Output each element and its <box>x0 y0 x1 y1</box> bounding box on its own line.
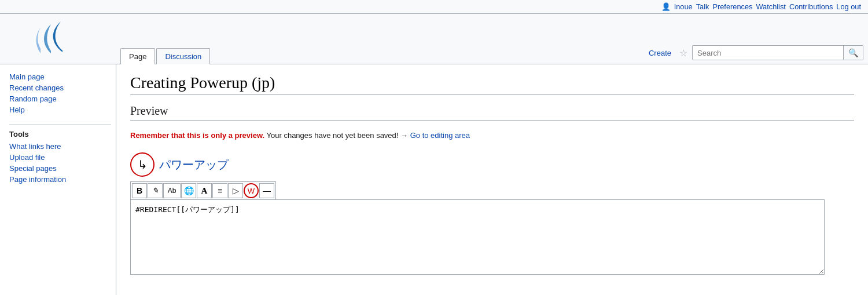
go-to-editing-link[interactable]: Go to editing area <box>410 131 470 140</box>
toolbar-equal[interactable]: ≡ <box>212 183 227 198</box>
contributions-link[interactable]: Contributions <box>789 2 833 11</box>
nav-recent-changes[interactable]: Recent changes <box>9 82 116 93</box>
watchlist-link[interactable]: Watchlist <box>756 2 785 11</box>
tab-page[interactable]: Page <box>120 48 155 64</box>
preferences-link[interactable]: Preferences <box>712 2 752 11</box>
search-button[interactable]: 🔍 <box>843 46 863 60</box>
redirect-icon: ↳ <box>130 152 155 177</box>
tools-section: Tools What links here Upload file Specia… <box>9 130 116 185</box>
editor-textarea[interactable]: #REDIRECT[[パワーアップ]] <box>130 199 825 275</box>
redirect-target-link[interactable]: パワーアップ <box>159 157 229 173</box>
toolbar-bold[interactable]: B <box>132 183 147 198</box>
editor-toolbar: B ✎ Ab 🌐 A ≡ ▷ W — <box>130 181 276 199</box>
search-actions: Create ☆ 🔍 <box>645 45 863 64</box>
nav-main-page[interactable]: Main page <box>9 71 116 82</box>
redirect-arrow-char: ↳ <box>138 158 148 172</box>
nav-page-information[interactable]: Page information <box>9 174 116 185</box>
create-button[interactable]: Create <box>645 46 675 60</box>
toolbar-globe[interactable]: 🌐 <box>181 183 196 198</box>
logout-link[interactable]: Log out <box>836 2 861 11</box>
tab-discussion[interactable]: Discussion <box>156 48 210 64</box>
nav-help[interactable]: Help <box>9 104 116 115</box>
sidebar: Main page Recent changes Random page Hel… <box>0 64 116 295</box>
toolbar-arrow[interactable]: ▷ <box>228 183 243 198</box>
logo-svg <box>29 19 87 59</box>
preview-normal-text: Your changes have not yet been saved! → <box>264 131 410 140</box>
nav-upload-file[interactable]: Upload file <box>9 152 116 163</box>
tabs-and-search: Page Discussion Create ☆ 🔍 <box>116 14 868 64</box>
redirect-area: ↳ パワーアップ <box>130 152 854 177</box>
section-preview: Preview <box>130 104 854 121</box>
preview-bold-text: Remember that this is only a preview. <box>130 131 264 140</box>
user-icon: 👤 <box>661 2 671 11</box>
sidebar-divider <box>9 125 111 125</box>
search-input[interactable] <box>693 46 843 60</box>
toolbar-italic[interactable]: ✎ <box>148 183 163 198</box>
editor-wrapper: B ✎ Ab 🌐 A ≡ ▷ W — #REDIRECT[[パワーアップ]] <box>130 181 825 275</box>
nav-random-page[interactable]: Random page <box>9 93 116 104</box>
nav-special-pages[interactable]: Special pages <box>9 163 116 174</box>
toolbar-w[interactable]: W <box>244 183 259 198</box>
top-bar: 👤 Inoue Talk Preferences Watchlist Contr… <box>0 0 868 14</box>
page-title: Creating Powerup (jp) <box>130 74 854 95</box>
tools-title: Tools <box>9 130 116 139</box>
search-box: 🔍 <box>692 45 863 60</box>
toolbar-ab[interactable]: Ab <box>163 183 181 198</box>
main-layout: Main page Recent changes Random page Hel… <box>0 64 868 295</box>
nav-section: Main page Recent changes Random page Hel… <box>9 71 116 115</box>
site-logo[interactable] <box>0 14 116 64</box>
toolbar-dash[interactable]: — <box>259 183 274 198</box>
username-link[interactable]: Inoue <box>674 2 693 11</box>
content-area: Creating Powerup (jp) Preview Remember t… <box>116 64 868 295</box>
star-button[interactable]: ☆ <box>678 46 689 60</box>
talk-link[interactable]: Talk <box>696 2 709 11</box>
nav-what-links-here[interactable]: What links here <box>9 141 116 152</box>
preview-warning: Remember that this is only a preview. Yo… <box>130 128 854 143</box>
page-tabs: Page Discussion <box>120 48 210 64</box>
toolbar-big-a[interactable]: A <box>197 183 212 198</box>
